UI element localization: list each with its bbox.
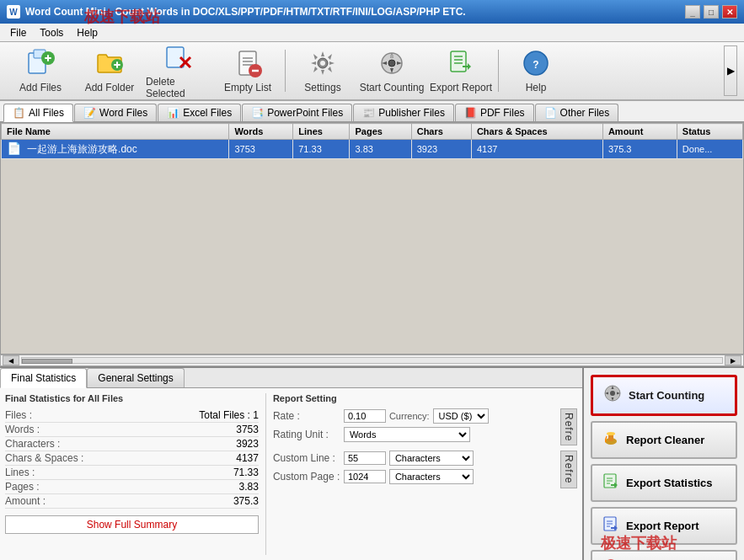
delete-selected-icon: [163, 42, 194, 72]
pdf-files-tab-icon: 📕: [464, 107, 477, 119]
col-header-chars[interactable]: Chars: [411, 124, 471, 140]
start-counting-icon: [603, 384, 622, 407]
toolbar-scroll-btn[interactable]: ▶: [724, 45, 737, 96]
custom-page-label: Custom Page :: [273, 471, 340, 483]
tab-powerpoint-files-label: PowerPoint Files: [267, 107, 343, 119]
exit-application-button[interactable]: Exit Application: [591, 550, 737, 560]
stats-row-files: Files : Total Files : 1: [5, 408, 259, 423]
stats-pages-label: Pages :: [5, 481, 40, 493]
svg-point-29: [610, 391, 615, 396]
stats-row-chars-spaces: Chars & Spaces : 4137: [5, 451, 259, 466]
add-folder-icon: [94, 48, 125, 78]
menu-tools[interactable]: Tools: [33, 25, 70, 40]
refresh-button-2[interactable]: Refre: [560, 451, 577, 488]
delete-selected-button[interactable]: Delete Selected: [145, 45, 212, 96]
export-statistics-button[interactable]: Export Statistics: [591, 464, 737, 502]
table-row[interactable]: 📄 一起游上海旅游攻略.doc 3753 71.33 3.83 3923 413…: [2, 140, 743, 159]
app-icon: W: [7, 5, 20, 19]
start-counting-toolbar-icon: [377, 48, 407, 78]
horizontal-scrollbar[interactable]: ◀ ▶: [0, 355, 744, 366]
scroll-left-btn[interactable]: ◀: [3, 355, 19, 365]
stats-words-label: Words :: [5, 424, 40, 435]
tab-word-files[interactable]: 📝 Word Files: [74, 104, 157, 121]
tab-other-files[interactable]: 📄 Other Files: [535, 104, 619, 121]
add-folder-button[interactable]: Add Folder: [76, 45, 143, 96]
cell-filename: 📄 一起游上海旅游攻略.doc: [2, 140, 229, 159]
add-files-button[interactable]: Add Files: [7, 45, 74, 96]
tab-powerpoint-files[interactable]: 📑 PowerPoint Files: [242, 104, 352, 121]
tab-final-statistics[interactable]: Final Statistics: [0, 368, 87, 388]
cell-lines: 71.33: [293, 140, 350, 159]
delete-selected-label: Delete Selected: [146, 76, 211, 99]
stats-row-pages: Pages : 3.83: [5, 480, 259, 494]
custom-line-label: Custom Line :: [273, 452, 340, 464]
report-cleaner-button[interactable]: Report Cleaner: [591, 421, 737, 459]
show-summary-button[interactable]: Show Full Summary: [5, 515, 259, 534]
settings-button[interactable]: Settings: [289, 45, 356, 96]
custom-line-unit-select[interactable]: Characters Words: [389, 451, 474, 466]
start-counting-toolbar-button[interactable]: Start Counting: [358, 45, 426, 96]
export-report-button[interactable]: Export Report: [591, 507, 737, 545]
menu-file[interactable]: File: [3, 25, 33, 40]
currency-label: Currency:: [389, 411, 430, 421]
file-table-wrapper[interactable]: File Name Words Lines Pages Chars Chars …: [0, 122, 744, 355]
report-section: Report Setting Rate : Currency: USD ($): [265, 393, 577, 555]
custom-page-unit-select[interactable]: Characters Words: [389, 469, 474, 484]
col-header-lines[interactable]: Lines: [293, 124, 350, 140]
refresh-button-1[interactable]: Refre: [560, 408, 577, 445]
col-header-status[interactable]: Status: [677, 124, 742, 140]
col-header-words[interactable]: Words: [229, 124, 293, 140]
scroll-thumb[interactable]: [22, 359, 72, 364]
stats-files-label: Files :: [5, 409, 32, 421]
stats-title: Final Statistics for All Files: [5, 393, 259, 403]
bottom-section: Final Statistics General Settings Final …: [0, 366, 744, 560]
tab-excel-files[interactable]: 📊 Excel Files: [158, 104, 241, 121]
menu-help[interactable]: Help: [70, 25, 104, 40]
export-report-toolbar-button[interactable]: Export Report: [427, 45, 495, 96]
report-cleaner-icon: [602, 429, 619, 451]
col-header-pages[interactable]: Pages: [350, 124, 411, 140]
add-files-icon: [25, 48, 56, 78]
currency-select[interactable]: USD ($) EUR (€) GBP (£): [433, 408, 489, 424]
tab-pdf-files[interactable]: 📕 PDF Files: [455, 104, 534, 121]
col-header-filename[interactable]: File Name: [2, 124, 229, 140]
maximize-button[interactable]: □: [704, 5, 719, 19]
report-cleaner-btn-label: Report Cleaner: [626, 434, 704, 446]
tab-all-files[interactable]: 📋 All Files: [3, 104, 73, 122]
cell-amount: 375.3: [602, 140, 677, 159]
custom-line-input[interactable]: [344, 451, 386, 465]
help-label: Help: [526, 82, 547, 93]
rate-label: Rate :: [273, 410, 340, 422]
stats-lines-label: Lines :: [5, 467, 35, 478]
col-header-amount[interactable]: Amount: [602, 124, 677, 140]
stats-amount-label: Amount :: [5, 495, 45, 507]
scroll-right-btn[interactable]: ▶: [725, 355, 741, 365]
col-header-chars-spaces[interactable]: Chars & Spaces: [471, 124, 602, 140]
publisher-files-tab-icon: 📰: [362, 107, 375, 119]
settings-label: Settings: [304, 82, 340, 93]
svg-rect-21: [390, 55, 393, 58]
main-area: 📋 All Files 📝 Word Files 📊 Excel Files 📑…: [0, 101, 744, 560]
rating-unit-select[interactable]: Words Characters Lines Pages: [344, 427, 470, 442]
start-counting-button[interactable]: Start Counting: [591, 375, 737, 416]
tab-general-settings[interactable]: General Settings: [87, 368, 184, 387]
rate-input[interactable]: [344, 409, 386, 423]
custom-page-input[interactable]: [344, 470, 386, 483]
tab-excel-files-label: Excel Files: [183, 107, 232, 119]
stats-lines-value: 71.33: [233, 467, 259, 478]
tab-publisher-files[interactable]: 📰 Publisher Files: [353, 104, 454, 121]
title-bar: W Word Count Mini - Count Words in DOC/X…: [0, 0, 744, 24]
svg-rect-7: [116, 61, 118, 68]
svg-text:?: ?: [533, 59, 538, 71]
minimize-button[interactable]: _: [685, 5, 700, 19]
empty-list-button[interactable]: Empty List: [214, 45, 281, 96]
help-button[interactable]: ? Help: [502, 45, 570, 96]
report-settings-title: Report Setting: [273, 393, 577, 403]
add-files-label: Add Files: [19, 82, 62, 93]
close-button[interactable]: ✕: [722, 5, 737, 19]
stats-amount-value: 375.3: [233, 495, 259, 507]
window-title: Word Count Mini - Count Words in DOC/XLS…: [25, 6, 466, 18]
start-counting-toolbar-label: Start Counting: [360, 82, 425, 93]
stats-row-words: Words : 3753: [5, 423, 259, 437]
svg-point-18: [320, 61, 325, 66]
